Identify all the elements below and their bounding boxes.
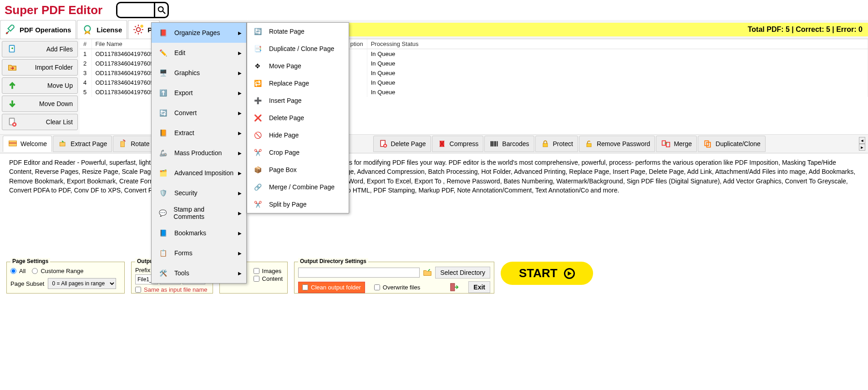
menu-convert[interactable]: 🔄Convert▶	[152, 103, 246, 123]
tab-scroll-left[interactable]: ◄	[859, 137, 865, 144]
col-option[interactable]: ption	[346, 39, 367, 49]
menu-organize-pages[interactable]: 📕Organize Pages▶	[152, 23, 246, 43]
tab-protect[interactable]: Protect	[535, 136, 578, 152]
submenu-icon: 🔗	[252, 181, 264, 193]
chevron-right-icon: ▶	[238, 211, 242, 216]
submenu-insert-page[interactable]: ➕Insert Page	[247, 92, 349, 109]
menu-export[interactable]: ⬆️Export▶	[152, 83, 246, 103]
chevron-right-icon: ▶	[238, 271, 242, 276]
submenu-page-box[interactable]: 📦Page Box	[247, 161, 349, 178]
menu-icon: 📋	[156, 246, 170, 260]
tab-extract-page[interactable]: Extract Page	[53, 136, 112, 152]
tab-scroll-right[interactable]: ►	[859, 144, 865, 151]
search-button[interactable]	[154, 3, 168, 17]
submenu-replace-page[interactable]: 🔁Replace Page	[247, 75, 349, 92]
menu-icon: 🖥️	[156, 66, 170, 80]
menu-edit[interactable]: ✏️Edit▶	[152, 43, 246, 63]
tab-welcome[interactable]: Welcome	[3, 136, 52, 152]
folder-import-icon	[7, 62, 18, 73]
tab-compress[interactable]: Compress	[432, 136, 484, 152]
chk-content[interactable]: Content	[254, 275, 283, 282]
chk-images[interactable]: Images	[254, 268, 283, 274]
move-up-button[interactable]: Move Up	[2, 77, 78, 94]
tab-barcodes[interactable]: Barcodes	[484, 136, 534, 152]
menu-mass-production[interactable]: 🦾Mass Production▶	[152, 143, 246, 163]
submenu-move-page[interactable]: ✥Move Page	[247, 57, 349, 75]
menu-icon: 🛠️	[156, 266, 170, 280]
svg-rect-16	[587, 143, 591, 147]
tab-license[interactable]: License	[77, 20, 127, 39]
submenu-delete-page[interactable]: ❌Delete Page	[247, 109, 349, 127]
menu-forms[interactable]: 📋Forms▶	[152, 243, 246, 263]
submenu-merge-combine-page[interactable]: 🔗Merge / Combine Page	[247, 178, 349, 196]
menu-icon: 📕	[156, 26, 170, 40]
welcome-description: PDF Editor and Reader - Powerful, superf…	[0, 153, 868, 258]
submenu-icon: 📦	[252, 164, 264, 176]
submenu-hide-page[interactable]: 🚫Hide Page	[247, 127, 349, 144]
search-icon	[157, 6, 166, 14]
clear-list-button[interactable]: Clear List	[2, 114, 78, 130]
search-input[interactable]	[117, 4, 154, 16]
col-status[interactable]: Processing Status	[367, 39, 868, 49]
exit-button[interactable]: Exit	[468, 281, 490, 293]
chevron-right-icon: ▶	[238, 91, 242, 96]
svg-rect-11	[121, 142, 124, 147]
chevron-right-icon: ▶	[238, 231, 242, 236]
tools-icon	[4, 23, 17, 36]
start-button[interactable]: START	[501, 262, 593, 285]
tab-remove-password[interactable]: Remove Password	[579, 136, 655, 152]
same-as-input-checkbox[interactable]: Same as input file name	[135, 286, 209, 293]
app-title: Super PDF Editor	[5, 3, 102, 17]
menu-tools[interactable]: 🛠️Tools▶	[152, 263, 246, 283]
menu-icon: 🔄	[156, 106, 170, 120]
svg-point-3	[85, 25, 91, 31]
chevron-right-icon: ▶	[238, 251, 242, 256]
barcode-icon	[489, 139, 499, 149]
col-index[interactable]: #	[80, 39, 91, 49]
menu-extract[interactable]: 📙Extract▶	[152, 123, 246, 143]
gear-icon	[132, 23, 145, 36]
add-files-button[interactable]: Add Files	[2, 41, 78, 57]
move-down-button[interactable]: Move Down	[2, 96, 78, 112]
svg-rect-15	[543, 143, 548, 147]
welcome-icon	[8, 139, 18, 149]
chevron-right-icon: ▶	[238, 111, 242, 116]
import-folder-button[interactable]: Import Folder	[2, 59, 78, 76]
select-directory-button[interactable]: Select Directory	[435, 267, 490, 279]
submenu-rotate-page[interactable]: 🔄Rotate Page	[247, 23, 349, 40]
menu-icon: 🛡️	[156, 186, 170, 200]
menu-stamp-and-comments[interactable]: 💬Stamp and Comments▶	[152, 203, 246, 223]
submenu-duplicate-clone-page[interactable]: 📑Duplicate / Clone Page	[247, 40, 349, 57]
menu-bookmarks[interactable]: 📘Bookmarks▶	[152, 223, 246, 243]
menu-security[interactable]: 🛡️Security▶	[152, 183, 246, 203]
menu-graphics[interactable]: 🖥️Graphics▶	[152, 63, 246, 83]
svg-point-2	[6, 32, 8, 34]
submenu-icon: 📑	[252, 43, 264, 55]
radio-all[interactable]: All	[10, 268, 25, 274]
submenu-icon: ❌	[252, 112, 264, 124]
tab-duplicate-clone[interactable]: Duplicate/Clone	[698, 136, 766, 152]
menu-icon: 🦾	[156, 146, 170, 160]
organize-pages-submenu: 🔄Rotate Page📑Duplicate / Clone Page✥Move…	[247, 22, 349, 213]
tab-pdf-operations[interactable]: PDF Operations	[0, 20, 76, 39]
chevron-right-icon: ▶	[238, 151, 242, 156]
svg-point-4	[137, 28, 141, 32]
tab-merge[interactable]: Merge	[656, 136, 697, 152]
overwrite-files-checkbox[interactable]: Overwrite files	[374, 284, 420, 291]
radio-custom-range[interactable]: Custome Range	[32, 268, 83, 274]
output-directory-input[interactable]	[298, 268, 420, 278]
menu-advanced-imposition[interactable]: 🗂️Advanced Imposition▶	[152, 163, 246, 183]
extract-icon	[58, 139, 68, 149]
tab-delete-page[interactable]: Delete Page	[373, 136, 431, 152]
submenu-icon: ✂️	[252, 198, 264, 210]
svg-point-0	[158, 7, 163, 12]
chevron-right-icon: ▶	[238, 191, 242, 196]
clean-output-folder-button[interactable]: Clean output folder	[298, 282, 365, 293]
license-icon	[81, 23, 94, 36]
page-subset-select[interactable]: 0 = All pages in range	[48, 278, 116, 289]
chevron-right-icon: ▶	[238, 51, 242, 56]
tab-rotate[interactable]: Rotate	[113, 136, 154, 152]
submenu-crop-page[interactable]: ✂️Crop Page	[247, 144, 349, 161]
menu-icon: 📘	[156, 226, 170, 240]
submenu-split-by-page[interactable]: ✂️Split by Page	[247, 196, 349, 213]
